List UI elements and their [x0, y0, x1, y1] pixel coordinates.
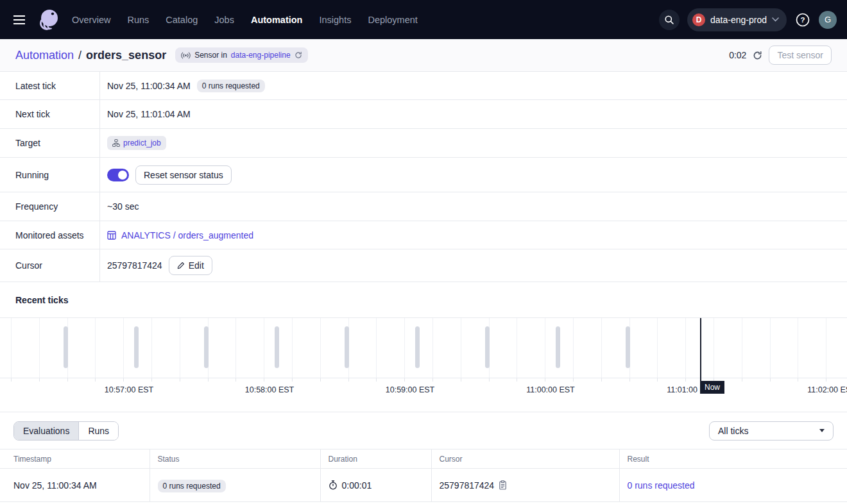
- axis-tick: [432, 378, 433, 382]
- asset-table-icon: [107, 231, 116, 240]
- gridline: [601, 318, 602, 378]
- gridline: [714, 318, 714, 378]
- tick-bar[interactable]: [415, 326, 420, 368]
- copy-cursor-icon[interactable]: [499, 480, 507, 490]
- sensor-badge-prefix: Sensor in: [194, 51, 227, 60]
- job-icon: [112, 139, 120, 147]
- nav-items: Overview Runs Catalog Jobs Automation In…: [72, 15, 418, 25]
- tick-bar[interactable]: [204, 326, 209, 368]
- running-toggle[interactable]: [107, 169, 129, 181]
- axis-tick: [208, 378, 209, 382]
- now-line: [700, 318, 701, 383]
- row-next-tick: Next tick Nov 25, 11:01:04 AM: [0, 100, 847, 129]
- caret-down-icon: [819, 429, 825, 432]
- nav-item-runs[interactable]: Runs: [127, 15, 149, 25]
- axis-label: 11:00:00 EST: [526, 385, 575, 394]
- test-sensor-button[interactable]: Test sensor: [769, 46, 832, 65]
- page-title: orders_sensor: [86, 49, 166, 62]
- edit-button-label: Edit: [189, 260, 204, 271]
- tab-evaluations[interactable]: Evaluations: [14, 422, 79, 440]
- axis-tick: [601, 378, 602, 382]
- pencil-icon: [177, 262, 185, 269]
- gridline: [39, 318, 40, 378]
- menu-icon[interactable]: [10, 11, 28, 29]
- table-header-row: Timestamp Status Duration Cursor Result: [0, 449, 847, 469]
- nav-item-insights[interactable]: Insights: [319, 15, 351, 25]
- axis-tick: [151, 378, 152, 382]
- axis-tick: [39, 378, 40, 382]
- axis-label: 10:58:00 EST: [245, 385, 294, 394]
- nav-item-overview[interactable]: Overview: [72, 15, 110, 25]
- code-location-link[interactable]: data-eng-pipeline: [231, 51, 291, 60]
- axis-tick: [95, 378, 96, 382]
- axis-tick: [235, 378, 236, 382]
- reload-location-icon[interactable]: [295, 51, 302, 59]
- tick-bar[interactable]: [64, 326, 68, 368]
- col-result: Result: [619, 449, 847, 469]
- page-header: Automation / orders_sensor Sensor in dat…: [0, 39, 847, 72]
- tab-group: Evaluations Runs: [13, 421, 119, 441]
- cell-cursor: 25797817424: [440, 480, 495, 491]
- ticks-plot: [0, 317, 847, 378]
- breadcrumb-automation-link[interactable]: Automation: [15, 49, 74, 62]
- refresh-icon[interactable]: [753, 51, 762, 60]
- tick-bar[interactable]: [134, 326, 139, 368]
- nav-item-automation[interactable]: Automation: [251, 15, 303, 25]
- help-icon: ?: [795, 12, 810, 28]
- search-button[interactable]: [659, 10, 680, 30]
- axis-label: 10:57:00 EST: [105, 385, 153, 394]
- nav-item-deployment[interactable]: Deployment: [368, 15, 417, 25]
- tick-bar[interactable]: [485, 326, 490, 368]
- gridline: [404, 318, 405, 378]
- cell-duration: 0:00:01: [342, 480, 372, 491]
- gridline: [742, 318, 742, 378]
- nav-item-catalog[interactable]: Catalog: [166, 15, 198, 25]
- tab-runs[interactable]: Runs: [79, 422, 118, 440]
- help-button[interactable]: ?: [794, 12, 811, 28]
- gridline: [770, 318, 771, 378]
- edit-cursor-button[interactable]: Edit: [169, 256, 212, 275]
- avatar[interactable]: G: [819, 11, 837, 29]
- tick-bar[interactable]: [275, 326, 279, 368]
- axis-tick: [770, 378, 771, 382]
- tick-bar[interactable]: [345, 326, 349, 368]
- tick-bar[interactable]: [556, 326, 560, 368]
- gridline: [432, 318, 433, 378]
- deployment-name: data-eng-prod: [710, 15, 767, 25]
- gridline: [320, 318, 321, 378]
- sensor-icon: [181, 52, 191, 59]
- gridline: [95, 318, 96, 378]
- sensor-context-badge: Sensor in data-eng-pipeline: [175, 47, 307, 63]
- col-timestamp: Timestamp: [0, 449, 150, 469]
- axis-tick: [376, 378, 377, 382]
- reset-sensor-status-button[interactable]: Reset sensor status: [135, 165, 232, 185]
- gridline: [685, 318, 686, 378]
- chevron-down-icon: [772, 17, 779, 22]
- axis-tick: [180, 378, 180, 382]
- dagster-logo-icon[interactable]: [35, 6, 63, 34]
- axis-tick: [264, 378, 264, 382]
- nav-item-jobs[interactable]: Jobs: [214, 15, 234, 25]
- tick-filter-dropdown[interactable]: All ticks: [709, 421, 834, 441]
- target-label: Target: [0, 129, 100, 157]
- gridline: [517, 318, 517, 378]
- row-cursor: Cursor 25797817424 Edit: [0, 249, 847, 282]
- target-job-chip[interactable]: predict_job: [107, 136, 166, 150]
- axis-label: 11:02:00 EST: [807, 385, 847, 394]
- result-link[interactable]: 0 runs requested: [628, 480, 695, 491]
- gridline: [545, 318, 545, 378]
- axis-tick: [404, 378, 405, 382]
- gridline: [798, 318, 798, 378]
- cursor-label: Cursor: [0, 249, 100, 281]
- now-label: Now: [700, 381, 724, 394]
- tick-bar[interactable]: [626, 326, 630, 368]
- monitored-asset-name: ANALYTICS / orders_augmented: [121, 230, 253, 240]
- axis-label: 10:59:00 EST: [386, 385, 434, 394]
- gridline: [151, 318, 152, 378]
- row-running: Running Reset sensor status: [0, 158, 847, 192]
- deployment-switcher[interactable]: D data-eng-prod: [687, 8, 787, 31]
- monitored-asset-link[interactable]: ANALYTICS / orders_augmented: [107, 230, 253, 240]
- latest-tick-label: Latest tick: [0, 72, 100, 99]
- top-nav: Overview Runs Catalog Jobs Automation In…: [0, 0, 847, 39]
- axis-tick: [11, 378, 12, 382]
